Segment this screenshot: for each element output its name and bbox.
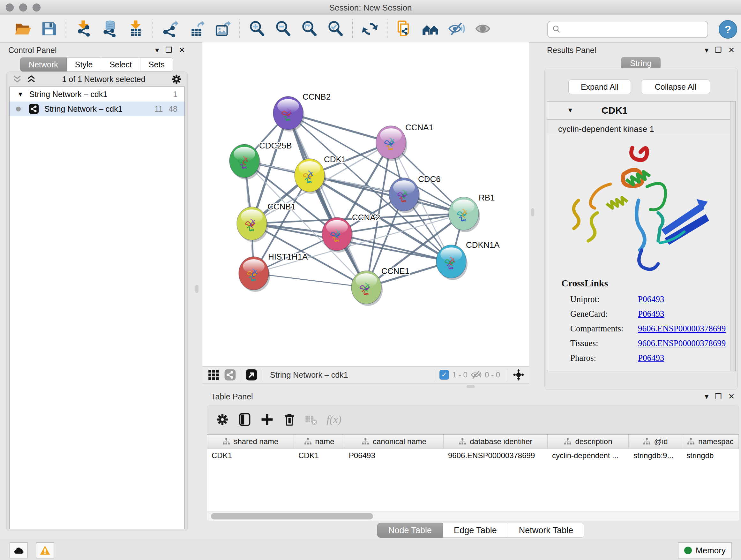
- table-cell[interactable]: stringdb:9...: [629, 451, 682, 460]
- layout-refresh-button[interactable]: [360, 19, 380, 39]
- show-all-button[interactable]: [473, 19, 493, 39]
- crosslink-label: Pharos:: [570, 353, 638, 363]
- node-RB1[interactable]: RB1: [449, 193, 495, 232]
- network-view-toolbar: String Network – cdk1 ✓ 1 - 0 0 - 0: [202, 366, 529, 383]
- new-network-from-selection-button[interactable]: [394, 19, 414, 39]
- tab-network[interactable]: Network: [20, 57, 67, 71]
- tab-node-table[interactable]: Node Table: [377, 523, 443, 538]
- panel-float-icon[interactable]: ❒: [715, 46, 722, 54]
- collection-collapse-icon[interactable]: ▼: [17, 91, 23, 98]
- edge-CCNE1-HIST1H1A[interactable]: [254, 273, 366, 287]
- node-HIST1H1A[interactable]: HIST1H1A: [239, 252, 308, 292]
- crosslink-link[interactable]: 9606.ENSP00000378699: [638, 324, 726, 334]
- table-cell[interactable]: CDK1: [207, 451, 294, 460]
- help-button[interactable]: ?: [719, 20, 737, 39]
- import-network-database-icon: [101, 20, 118, 37]
- zoom-in-icon: [248, 20, 266, 37]
- save-session-button[interactable]: [39, 19, 59, 39]
- column-header--id[interactable]: @id: [629, 435, 682, 449]
- zoom-out-button[interactable]: [273, 19, 293, 39]
- import-network-database-button[interactable]: [99, 19, 119, 39]
- table-cell[interactable]: cyclin-dependent ...: [548, 451, 629, 460]
- zoom-fit-button[interactable]: [299, 19, 319, 39]
- panel-float-icon[interactable]: ❒: [165, 46, 172, 54]
- results-panel: Results Panel ▾ ❒ ✕ String Expand All Co…: [542, 45, 739, 389]
- tab-edge-table[interactable]: Edge Table: [443, 523, 508, 538]
- search-input[interactable]: [564, 23, 708, 36]
- collapse-all-button[interactable]: Collapse All: [641, 79, 710, 94]
- table-row[interactable]: CDK1CDK1P064939606.ENSP00000378699cyclin…: [207, 449, 739, 462]
- network-node-count: 11: [154, 105, 163, 114]
- import-network-file-button[interactable]: [73, 19, 93, 39]
- gene-collapse-icon[interactable]: ▼: [567, 107, 574, 114]
- string-home-button[interactable]: [421, 19, 441, 39]
- export-image-button[interactable]: [212, 19, 232, 39]
- panel-menu-icon[interactable]: ▾: [704, 46, 709, 54]
- add-column-icon[interactable]: [260, 413, 274, 427]
- table-horizontal-scrollbar[interactable]: [207, 511, 739, 521]
- panel-close-icon[interactable]: ✕: [179, 46, 185, 54]
- panel-float-icon[interactable]: ❒: [715, 393, 722, 400]
- crosslink-link[interactable]: P06493: [638, 294, 664, 304]
- zoom-selected-button[interactable]: [326, 19, 345, 39]
- protein-structure-image: [563, 135, 717, 275]
- gene-card-header[interactable]: ▼ CDK1: [547, 102, 735, 120]
- collapse-all-networks-icon[interactable]: [12, 74, 23, 84]
- node-CDKN1A[interactable]: CDKN1A: [436, 240, 500, 280]
- table-cell[interactable]: P06493: [344, 451, 444, 460]
- tab-sets[interactable]: Sets: [140, 57, 173, 71]
- network-collection-row[interactable]: ▼ String Network – cdk1 1: [10, 87, 185, 102]
- selected-checkbox-icon[interactable]: ✓: [440, 370, 449, 380]
- table-cell[interactable]: stringdb: [682, 451, 739, 460]
- tab-select[interactable]: Select: [101, 57, 140, 71]
- network-view-canvas[interactable]: CCNB2CCNA1CDC25BCDK1CDC6RB1CCNB1CCNA2CDK…: [202, 43, 529, 366]
- column-header-description[interactable]: description: [548, 435, 629, 449]
- import-table-file-button[interactable]: [126, 19, 145, 39]
- panel-menu-icon[interactable]: ▾: [155, 46, 159, 54]
- cloud-status-button[interactable]: [10, 543, 28, 558]
- open-session-button[interactable]: [13, 19, 32, 39]
- table-cell[interactable]: 9606.ENSP00000378699: [444, 451, 548, 460]
- column-header-name[interactable]: name: [294, 435, 344, 449]
- network-row[interactable]: String Network – cdk1 11 48: [10, 102, 185, 116]
- panel-close-icon[interactable]: ✕: [728, 46, 735, 54]
- vertical-splitter-handle[interactable]: [531, 208, 534, 216]
- table-cell[interactable]: CDK1: [294, 451, 344, 460]
- show-columns-icon[interactable]: [238, 413, 252, 427]
- column-header-shared-name[interactable]: shared name: [207, 435, 294, 449]
- node-CCNE1[interactable]: CCNE1: [351, 266, 409, 306]
- panel-close-icon[interactable]: ✕: [728, 393, 735, 400]
- column-header-database-identifier[interactable]: database identifier: [444, 435, 548, 449]
- horizontal-splitter-handle[interactable]: [467, 385, 475, 388]
- delete-column-icon[interactable]: [282, 413, 296, 427]
- export-table-button[interactable]: [186, 19, 206, 39]
- fit-selection-crosshair-icon[interactable]: [513, 369, 525, 381]
- node-CDC6[interactable]: CDC6: [389, 174, 441, 213]
- network-share-icon[interactable]: [224, 369, 236, 381]
- memory-label: Memory: [696, 546, 726, 556]
- scrollbar-thumb[interactable]: [211, 513, 373, 519]
- network-options-gear-icon[interactable]: [171, 73, 182, 85]
- birds-eye-view-icon[interactable]: [246, 369, 258, 381]
- zoom-in-button[interactable]: [247, 19, 267, 39]
- memory-button[interactable]: Memory: [678, 543, 732, 558]
- column-header-namespac[interactable]: namespac: [682, 435, 739, 449]
- tab-network-table[interactable]: Network Table: [508, 523, 585, 538]
- grid-view-icon[interactable]: [207, 369, 219, 381]
- export-network-button[interactable]: [160, 19, 180, 39]
- table-options-gear-icon[interactable]: [215, 413, 229, 427]
- node-CDK1[interactable]: CDK1: [294, 154, 346, 194]
- vertical-splitter-handle[interactable]: [195, 285, 199, 293]
- collection-name: String Network – cdk1: [29, 90, 108, 99]
- warning-status-button[interactable]: [36, 543, 54, 558]
- column-header-canonical-name[interactable]: canonical name: [344, 435, 444, 449]
- expand-all-networks-icon[interactable]: [26, 74, 37, 84]
- hide-selected-button[interactable]: [447, 19, 467, 39]
- crosslink-link[interactable]: P06493: [638, 353, 664, 363]
- crosslink-link[interactable]: P06493: [638, 309, 664, 319]
- crosslink-link[interactable]: 9606.ENSP00000378699: [638, 338, 726, 348]
- expand-all-button[interactable]: Expand All: [568, 79, 631, 94]
- gene-card-scrollbar[interactable]: [730, 102, 735, 371]
- tab-style[interactable]: Style: [67, 57, 102, 71]
- panel-menu-icon[interactable]: ▾: [704, 393, 709, 400]
